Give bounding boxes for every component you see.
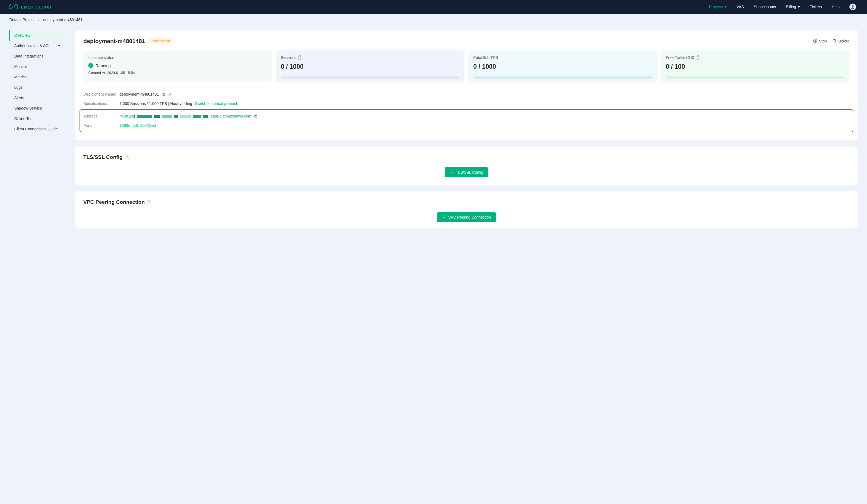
crumb-separator: /	[39, 18, 40, 22]
stat-pubsub-tps: Pub&Sub TPS 0 / 1000	[468, 51, 657, 83]
info-row-address: Address: m48014 -east-1.amazonaws.com	[83, 111, 849, 121]
help-icon[interactable]: ?	[696, 55, 700, 60]
plus-icon: ＋	[442, 215, 446, 219]
highlighted-connection-info: Address: m48014 -east-1.amazonaws.com	[79, 109, 853, 132]
sidebar-item-logs[interactable]: Logs	[9, 82, 65, 92]
copy-icon[interactable]	[254, 114, 258, 118]
stat-free-traffic: Free Traffic (GB)? 0 / 100	[661, 51, 849, 83]
stats-row: Instance status Running Created At: 2023…	[83, 51, 849, 83]
svg-point-1	[814, 39, 817, 42]
add-vpc-peering-button[interactable]: ＋ VPC Peering Connection	[437, 212, 496, 222]
address-value: m48014 -east-1.amazonaws.com	[119, 114, 251, 118]
plus-icon: ＋	[450, 171, 454, 175]
svg-rect-5	[255, 116, 257, 118]
nav-item-vas[interactable]: VAS	[737, 5, 744, 9]
brand[interactable]: EMQX CLOUD	[9, 4, 52, 10]
sidebar-item-label: Alerts	[14, 96, 24, 100]
progress-bar	[281, 76, 460, 79]
switch-prepaid-link[interactable]: Switch to annual prepaid	[195, 101, 237, 106]
sidebar-item-label: Overview	[14, 33, 30, 37]
sidebar-item-label: Logs	[14, 85, 22, 90]
sidebar-item-overview[interactable]: Overview	[9, 30, 65, 41]
sidebar-item-shadow-service[interactable]: Shadow Service	[9, 103, 65, 113]
stat-title: Pub&Sub TPS	[473, 55, 652, 60]
sidebar-item-metrics[interactable]: Metrics	[9, 72, 65, 82]
help-icon[interactable]: ?	[298, 55, 302, 60]
add-tls-config-button[interactable]: ＋ TLS/SSL Config	[445, 167, 488, 177]
help-icon[interactable]: ?	[125, 155, 129, 160]
sidebar-item-alerts[interactable]: Alerts	[9, 92, 65, 103]
chevron-down-icon	[725, 6, 727, 8]
nav-item-help[interactable]: Help	[832, 5, 839, 9]
stat-value: 0 / 1000	[473, 63, 652, 70]
chevron-down-icon	[58, 45, 60, 46]
check-circle-icon	[88, 63, 93, 68]
breadcrumb: Default Project / deployment-m4801481	[0, 14, 867, 26]
crumb-current: deployment-m4801481	[43, 18, 83, 22]
info-label: Ports:	[83, 123, 119, 128]
sidebar-item-label: Client Connections Guide	[14, 127, 58, 131]
info-row-specifications: Specifications: 1,000 Sessions / 1,000 T…	[83, 99, 849, 108]
ports-value: 1883(mqtt), 8083(ws)	[119, 123, 156, 128]
section-title: VPC Peering Connection	[83, 199, 145, 205]
avatar[interactable]	[849, 3, 856, 10]
sidebar-item-label: Monitor	[14, 64, 27, 69]
info-row-ports: Ports: 1883(mqtt), 8083(ws)	[83, 121, 849, 130]
info-label: Deployment Name:	[83, 92, 119, 96]
progress-bar	[473, 76, 652, 79]
nav-item-subaccounts[interactable]: Subaccounts	[754, 5, 776, 9]
crumb-root[interactable]: Default Project	[9, 18, 34, 22]
top-nav: EMQX CLOUD Projects VAS Subaccounts Bill…	[0, 0, 867, 14]
progress-bar	[666, 76, 845, 79]
sidebar-item-label: Authentication & ACL	[14, 44, 51, 48]
stat-title: Sessions	[281, 55, 297, 60]
sidebar: Overview Authentication & ACL Data Integ…	[9, 30, 65, 134]
nav-item-projects[interactable]: Projects	[709, 5, 727, 9]
stat-title: Free Traffic (GB)	[666, 55, 694, 60]
brand-logo-icon	[9, 4, 18, 10]
help-icon[interactable]: ?	[147, 200, 151, 204]
overview-panel: deployment-m4801481 Professional Stop De…	[75, 30, 858, 140]
deployment-info: Deployment Name: deployment-m4801481 Spe…	[83, 90, 849, 132]
chevron-down-icon	[798, 6, 800, 8]
info-value: deployment-m4801481	[119, 92, 159, 96]
copy-icon[interactable]	[161, 92, 165, 96]
info-row-deployment-name: Deployment Name: deployment-m4801481	[83, 90, 849, 99]
info-label: Specifications:	[83, 101, 119, 106]
stop-button[interactable]: Stop	[813, 39, 827, 44]
vpc-panel: VPC Peering Connection ? ＋ VPC Peering C…	[75, 191, 858, 228]
plan-badge: Professional	[149, 39, 172, 44]
tls-panel: TLS/SSL Config ? ＋ TLS/SSL Config	[75, 146, 858, 185]
nav-item-tickets[interactable]: Tickets	[810, 5, 822, 9]
sidebar-item-authentication-acl[interactable]: Authentication & ACL	[9, 41, 65, 51]
page-title: deployment-m4801481	[83, 38, 145, 44]
stat-value: 0 / 100	[666, 63, 845, 70]
nav-items: Projects VAS Subaccounts Billing Tickets…	[709, 3, 858, 10]
sidebar-item-client-connections-guide[interactable]: Client Connections Guide	[9, 124, 65, 134]
sidebar-item-label: Data Integrations	[14, 54, 44, 58]
svg-rect-3	[815, 40, 816, 41]
sidebar-item-label: Online Test	[14, 117, 33, 121]
sidebar-item-label: Metrics	[14, 75, 26, 79]
sidebar-item-online-test[interactable]: Online Test	[9, 113, 65, 124]
stat-sessions: Sessions? 0 / 1000	[276, 51, 464, 83]
sidebar-item-label: Shadow Service	[14, 106, 42, 110]
svg-point-0	[852, 5, 854, 7]
svg-rect-2	[815, 40, 815, 41]
header-actions: Stop Delete	[813, 39, 849, 44]
info-value: 1,000 Sessions / 1,000 TPS | Hourly bill…	[119, 101, 192, 106]
main-content: deployment-m4801481 Professional Stop De…	[75, 30, 858, 228]
info-label: Address:	[83, 114, 119, 118]
stat-title: Instance status	[88, 55, 267, 60]
status-text: Running	[95, 63, 111, 68]
stat-instance-status: Instance status Running Created At: 2023…	[83, 51, 272, 83]
stat-value: 0 / 1000	[281, 63, 460, 70]
stop-icon	[813, 39, 817, 44]
nav-item-billing[interactable]: Billing	[786, 5, 800, 9]
delete-button[interactable]: Delete	[833, 39, 849, 44]
edit-icon[interactable]	[168, 92, 172, 96]
sidebar-item-monitor[interactable]: Monitor	[9, 61, 65, 72]
sidebar-item-data-integrations[interactable]: Data Integrations	[9, 51, 65, 61]
svg-rect-4	[163, 94, 165, 96]
brand-text: EMQX CLOUD	[21, 5, 52, 9]
